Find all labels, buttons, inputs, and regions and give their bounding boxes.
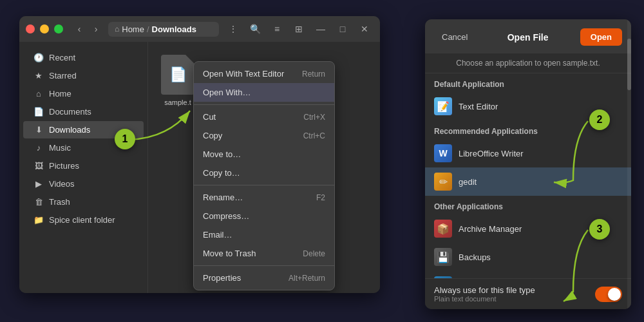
file-item[interactable]: 📄 sample.t: [161, 55, 194, 106]
app-backups-label: Backups: [459, 252, 491, 262]
cm-open-with[interactable]: Open With…: [194, 83, 334, 102]
always-use-text: Always use for this file type Plain text…: [434, 285, 535, 303]
maximize-button[interactable]: +: [54, 24, 63, 33]
sidebar-item-spice[interactable]: 📁 Spice client folder: [23, 211, 144, 229]
dialog-title: Open File: [480, 32, 574, 43]
sidebar-label-videos: Videos: [49, 179, 75, 189]
section-default-header: Default Application: [425, 73, 631, 92]
dialog-subtitle: Choose an application to open sample.txt…: [425, 53, 631, 73]
cm-email[interactable]: Email…: [194, 225, 334, 244]
app-gedit[interactable]: ✏ gedit: [425, 167, 631, 196]
recent-icon: 🕐: [33, 53, 44, 62]
documents-icon: 📄: [33, 107, 44, 117]
cm-rename-shortcut: F2: [316, 193, 325, 202]
cm-move-trash[interactable]: Move to Trash Delete: [194, 244, 334, 263]
open-file-dialog: Cancel Open File Open Choose an applicat…: [425, 19, 631, 309]
scene: ✕ − + ‹ › ⌂ Home / Downloads ⋮ 🔍 ≡ ⊞ — □…: [13, 10, 631, 312]
context-menu: Open With Text Editor Return Open With… …: [193, 61, 335, 290]
cancel-button[interactable]: Cancel: [434, 28, 475, 46]
cm-cut-label: Cut: [203, 112, 216, 122]
cm-move-to[interactable]: Move to…: [194, 145, 334, 164]
app-backups[interactable]: 💾 Backups: [425, 243, 631, 271]
downloads-icon: ⬇: [33, 125, 44, 135]
sidebar-item-videos[interactable]: ▶ Videos: [23, 175, 144, 193]
menu-button[interactable]: ⋮: [224, 20, 242, 38]
sidebar-item-home[interactable]: ⌂ Home: [23, 85, 144, 102]
close-button[interactable]: ✕: [26, 24, 35, 33]
toggle-knob: [608, 288, 621, 301]
music-icon: ♪: [33, 143, 44, 153]
file-manager-window: ✕ − + ‹ › ⌂ Home / Downloads ⋮ 🔍 ≡ ⊞ — □…: [19, 16, 380, 293]
app-writer[interactable]: W LibreOffice Writer: [425, 139, 631, 167]
annotation-1: 1: [115, 129, 135, 149]
videos-icon: ▶: [33, 179, 44, 189]
cm-sep-3: [194, 265, 334, 266]
minimize-button[interactable]: −: [40, 24, 49, 33]
sidebar-label-home: Home: [49, 89, 71, 99]
sidebar-label-starred: Starred: [49, 71, 77, 80]
spice-icon: 📁: [33, 215, 44, 225]
app-writer-label: LibreOffice Writer: [459, 149, 524, 158]
cm-open-with-editor[interactable]: Open With Text Editor Return: [194, 64, 334, 83]
always-use-row: Always use for this file type Plain text…: [434, 285, 622, 303]
sidebar-label-pictures: Pictures: [49, 161, 79, 171]
trash-icon: 🗑: [33, 197, 44, 207]
home-icon: ⌂: [115, 24, 119, 33]
sidebar-label-spice: Spice client folder: [49, 215, 115, 225]
app-calendar[interactable]: 28 Calendar: [425, 271, 631, 278]
cm-move-to-label: Move to…: [203, 149, 241, 159]
breadcrumb: ⌂ Home / Downloads: [108, 22, 219, 37]
nav-arrows: ‹ ›: [72, 22, 103, 36]
sidebar-label-trash: Trash: [49, 197, 70, 207]
writer-icon: W: [434, 144, 452, 162]
pictures-icon: 🖼: [33, 161, 44, 171]
sidebar-item-starred[interactable]: ★ Starred: [23, 67, 144, 84]
cm-cut[interactable]: Cut Ctrl+X: [194, 108, 334, 126]
app-gedit-label: gedit: [459, 177, 477, 187]
cm-rename[interactable]: Rename… F2: [194, 188, 334, 207]
sidebar-item-trash[interactable]: 🗑 Trash: [23, 193, 144, 211]
sidebar-item-recent[interactable]: 🕐 Recent: [23, 49, 144, 66]
close-win[interactable]: ✕: [355, 20, 374, 38]
cm-move-trash-shortcut: Delete: [303, 249, 325, 258]
open-button[interactable]: Open: [580, 28, 622, 46]
file-icon: 📄: [161, 55, 194, 95]
sidebar-label-documents: Documents: [49, 107, 91, 117]
view-grid[interactable]: ⊞: [290, 20, 308, 38]
dialog-body: Default Application 📝 Text Editor Recomm…: [425, 73, 631, 278]
forward-button[interactable]: ›: [89, 22, 103, 36]
cm-properties[interactable]: Properties Alt+Return: [194, 269, 334, 287]
annotation-2: 2: [589, 109, 610, 130]
cm-copy-label: Copy: [203, 131, 222, 140]
sidebar: 🕐 Recent ★ Starred ⌂ Home 📄 Documents ⬇: [19, 42, 148, 293]
minimize-win[interactable]: —: [312, 20, 330, 38]
sidebar-item-pictures[interactable]: 🖼 Pictures: [23, 157, 144, 175]
section-other-header: Other Applications: [425, 196, 631, 214]
breadcrumb-separator: /: [147, 24, 149, 34]
cm-compress[interactable]: Compress…: [194, 207, 334, 225]
breadcrumb-home[interactable]: Home: [122, 24, 144, 34]
cm-open-editor-shortcut: Return: [302, 70, 325, 79]
view-toggle[interactable]: ≡: [268, 20, 286, 38]
cm-copy-to[interactable]: Copy to…: [194, 164, 334, 182]
breadcrumb-current: Downloads: [152, 24, 196, 34]
back-button[interactable]: ‹: [72, 22, 86, 36]
gedit-icon: ✏: [434, 173, 452, 191]
maximize-win[interactable]: □: [334, 20, 352, 38]
app-text-editor-label: Text Editor: [459, 102, 498, 111]
cm-compress-label: Compress…: [203, 211, 249, 221]
text-editor-icon: 📝: [434, 97, 452, 115]
backups-icon: 💾: [434, 248, 452, 266]
cm-copy[interactable]: Copy Ctrl+C: [194, 126, 334, 145]
sidebar-label-recent: Recent: [49, 53, 75, 62]
cm-copy-shortcut: Ctrl+C: [303, 131, 325, 140]
search-button[interactable]: 🔍: [246, 20, 264, 38]
dialog-header: Cancel Open File Open: [425, 19, 631, 53]
scrollbar-track[interactable]: [627, 19, 631, 309]
app-archive-label: Archive Manager: [459, 224, 522, 234]
sidebar-label-downloads: Downloads: [49, 125, 90, 135]
cm-copy-to-label: Copy to…: [203, 168, 240, 178]
always-use-sublabel: Plain text document: [434, 295, 535, 303]
sidebar-item-documents[interactable]: 📄 Documents: [23, 103, 144, 120]
always-use-toggle[interactable]: [595, 287, 622, 302]
